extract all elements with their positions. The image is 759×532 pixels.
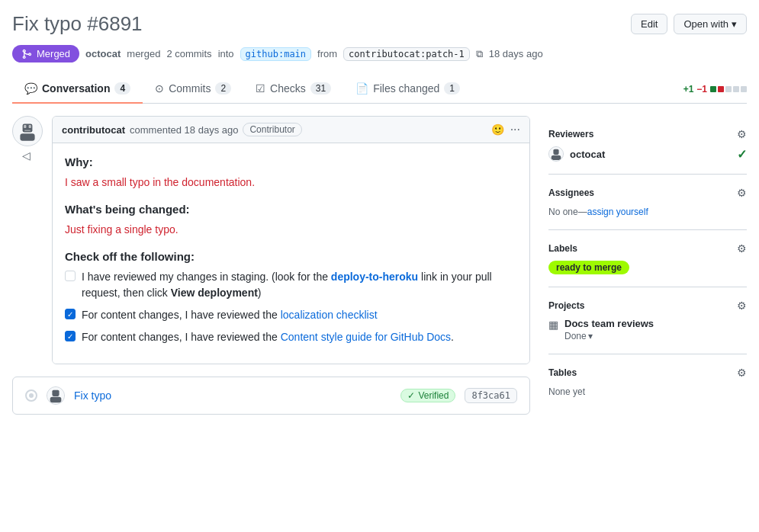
open-with-label: Open with (683, 18, 728, 30)
tables-title: Tables (548, 367, 577, 378)
comment-author[interactable]: contributocat (62, 124, 125, 136)
tab-conversation[interactable]: 💬 Conversation 4 (12, 75, 143, 104)
diff-add: +1 (683, 84, 694, 95)
pr-meta: Merged octocat merged 2 commits into git… (12, 45, 747, 62)
project-name[interactable]: Docs team reviews (564, 318, 654, 329)
tables-header: Tables ⚙ (548, 367, 747, 379)
assignees-header: Assignees ⚙ (548, 187, 747, 199)
pr-number: #6891 (87, 12, 142, 35)
svg-rect-3 (24, 125, 26, 128)
label-badge[interactable]: ready to merge (548, 261, 629, 274)
diff-block-1 (710, 86, 716, 92)
reviewers-header: Reviewers ⚙ (548, 128, 747, 140)
assign-yourself-link[interactable]: assign yourself (587, 207, 648, 217)
collapse-arrow[interactable]: ◁ (22, 149, 31, 162)
checklist-text-2: For content changes, I have reviewed the… (82, 307, 378, 323)
list-item: I have reviewed my changes in staging. (… (65, 269, 517, 301)
verified-badge: ✓ Verified (400, 389, 455, 402)
pr-action: merged (127, 48, 160, 59)
tables-none-yet: None yet (548, 386, 585, 397)
tables-gear-icon[interactable]: ⚙ (737, 367, 747, 379)
conversation-icon: 💬 (24, 82, 37, 95)
more-actions-icon[interactable]: ··· (510, 123, 520, 136)
diff-block-5 (741, 86, 747, 92)
pr-time: 18 days ago (489, 48, 543, 59)
tab-conversation-count: 4 (114, 82, 130, 95)
comment-actions: 🙂 ··· (491, 123, 520, 136)
projects-gear-icon[interactable]: ⚙ (737, 300, 747, 312)
project-status: Done ▾ (564, 331, 654, 341)
pr-from: from (317, 48, 337, 59)
header-actions: Edit Open with ▾ (631, 14, 747, 34)
assignees-gear-icon[interactable]: ⚙ (737, 187, 747, 199)
copy-icon[interactable]: ⧉ (476, 48, 483, 60)
reviewer-avatar (548, 146, 564, 162)
reviewer-avatar-image (549, 147, 563, 161)
commits-icon: ⊙ (155, 82, 164, 95)
emoji-icon[interactable]: 🙂 (491, 123, 504, 136)
edit-button[interactable]: Edit (631, 14, 667, 34)
avatar-image (15, 119, 40, 143)
projects-header: Projects ⚙ (548, 300, 747, 312)
project-info: Docs team reviews Done ▾ (564, 318, 654, 341)
diff-del: −1 (696, 84, 707, 95)
labels-content: ready to merge (548, 261, 747, 274)
check-icon: ✓ (407, 390, 415, 401)
labels-header: Labels ⚙ (548, 242, 747, 255)
tabs-bar: 💬 Conversation 4 ⊙ Commits 2 ☑ Checks 31… (12, 75, 747, 104)
tab-files[interactable]: 📄 Files changed 1 (343, 75, 472, 104)
checkbox-1[interactable] (65, 271, 76, 281)
project-status-text: Done (564, 331, 587, 341)
reviewer-approved-icon: ✓ (737, 147, 747, 162)
commit-dot-icon (25, 389, 37, 402)
commit-hash[interactable]: 8f3ca61 (465, 388, 517, 403)
base-branch[interactable]: github:main (240, 47, 311, 61)
svg-rect-8 (50, 397, 62, 402)
list-item: For content changes, I have reviewed the… (65, 329, 517, 345)
tab-checks[interactable]: ☑ Checks 31 (243, 75, 343, 104)
what-text: Just fixing a single typo. (65, 222, 517, 238)
svg-rect-10 (553, 149, 558, 155)
pr-into: into (218, 48, 234, 59)
assignees-title: Assignees (548, 187, 594, 198)
project-status-chevron[interactable]: ▾ (588, 331, 593, 341)
open-with-button[interactable]: Open with ▾ (674, 14, 747, 34)
localization-link[interactable]: localization checklist (281, 309, 378, 321)
comment-wrapper: ◁ contributocat commented 18 days ago Co… (12, 116, 530, 364)
sidebar-assignees: Assignees ⚙ No one—assign yourself (548, 175, 747, 230)
commit-row: Fix typo ✓ Verified 8f3ca61 (12, 377, 530, 415)
style-guide-link[interactable]: Content style guide for GitHub Docs (281, 331, 451, 343)
projects-title: Projects (548, 300, 584, 311)
checkbox-3[interactable] (65, 331, 76, 341)
tab-commits[interactable]: ⊙ Commits 2 (143, 75, 243, 104)
reviewers-gear-icon[interactable]: ⚙ (737, 128, 747, 140)
tab-conversation-label: Conversation (42, 82, 110, 95)
labels-gear-icon[interactable]: ⚙ (737, 242, 747, 255)
tab-checks-label: Checks (270, 82, 306, 95)
tab-files-label: Files changed (373, 82, 439, 95)
reviewers-title: Reviewers (548, 129, 593, 139)
diff-block-4 (733, 86, 739, 92)
svg-rect-5 (24, 130, 31, 131)
sidebar-projects: Projects ⚙ ▦ Docs team reviews Done ▾ (548, 287, 747, 354)
reviewer-name[interactable]: octocat (570, 149, 731, 160)
sidebar-tables: Tables ⚙ None yet (548, 354, 747, 409)
diff-block-3 (725, 86, 732, 92)
deploy-heroku-link[interactable]: deploy-to-heroku (331, 271, 418, 283)
tab-commits-label: Commits (169, 82, 211, 95)
comment-meta: contributocat commented 18 days ago Cont… (62, 123, 302, 136)
svg-rect-2 (20, 133, 34, 141)
pr-title-text: Fix typo (12, 12, 82, 35)
sidebar-reviewers: Reviewers ⚙ octocat ✓ (548, 116, 747, 175)
head-branch[interactable]: contributocat:patch-1 (343, 47, 470, 61)
contributor-badge: Contributor (243, 123, 301, 136)
svg-rect-11 (552, 155, 561, 160)
avatar (12, 116, 43, 146)
verified-label: Verified (418, 390, 449, 401)
tab-commits-count: 2 (215, 82, 231, 95)
pr-author: octocat (85, 48, 121, 59)
commit-link[interactable]: Fix typo (74, 389, 111, 402)
checkbox-2[interactable] (65, 309, 76, 319)
merged-badge: Merged (12, 45, 79, 62)
commit-author-avatar (47, 386, 65, 405)
